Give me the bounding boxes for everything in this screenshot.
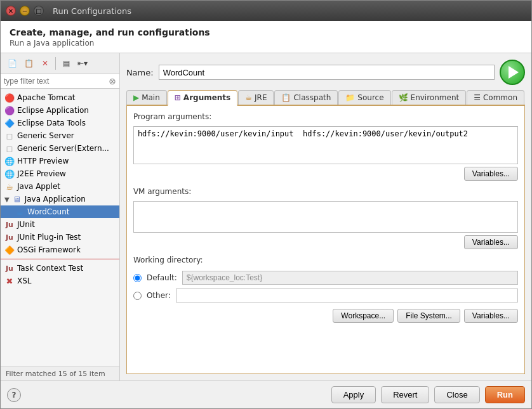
tree-item-j2ee-preview[interactable]: 🌐 J2EE Preview [1, 167, 119, 180]
revert-btn[interactable]: Revert [381, 386, 429, 403]
default-dir-row: Default: [133, 271, 518, 285]
junit-label: JUnit [17, 220, 35, 229]
osgi-label: OSGi Framework [17, 245, 81, 254]
left-panel: 📄 📋 ✕ ▤ ⇤▾ ⊗ [1, 53, 120, 380]
tab-classpath[interactable]: 📋 Classpath [274, 90, 338, 105]
default-radio-label: Default: [147, 273, 177, 282]
tab-environment[interactable]: 🌿 Environment [392, 90, 467, 105]
filter-clear-btn[interactable]: ⊗ [109, 76, 116, 86]
junit-plugin-label: JUnit Plug-in Test [17, 233, 81, 242]
other-radio[interactable] [133, 292, 142, 300]
java-applet-icon: ☕ [4, 181, 15, 192]
tree-item-wordcount[interactable]: ☕ WordCount [1, 205, 119, 218]
environment-tab-label: Environment [411, 93, 460, 102]
xsl-label: XSL [17, 276, 32, 285]
source-tab-label: Source [357, 93, 383, 102]
tab-jre[interactable]: ☕ JRE [238, 90, 274, 105]
minimize-window-btn[interactable]: − [20, 6, 30, 16]
tree-item-generic-server-ext[interactable]: ◻ Generic Server(Extern... [1, 142, 119, 155]
tree-item-osgi[interactable]: 🔶 OSGi Framework [1, 243, 119, 256]
tree-item-http-preview[interactable]: 🌐 HTTP Preview [1, 155, 119, 167]
filter-input[interactable] [4, 77, 109, 86]
tab-source[interactable]: 📁 Source [338, 90, 390, 105]
program-args-variables-btn[interactable]: Variables... [464, 167, 518, 181]
generic-server-ext-icon: ◻ [4, 143, 15, 153]
header-subtitle: Run a Java application [10, 39, 522, 48]
default-radio[interactable] [133, 274, 142, 282]
collapse-icon: ⇤▾ [77, 59, 88, 68]
tab-common[interactable]: ☰ Common [467, 90, 524, 105]
program-args-label: Program arguments: [133, 112, 518, 121]
maximize-window-btn[interactable]: □ [34, 6, 44, 16]
right-panel-inner: Name: ▶ Main ⊞ Arguments [126, 60, 525, 374]
default-dir-input [182, 271, 518, 285]
new-config-btn[interactable]: 📄 [4, 56, 20, 71]
osgi-icon: 🔶 [4, 245, 15, 255]
java-app-icon: 🖥 [12, 194, 22, 204]
duplicate-config-btn[interactable]: 📋 [21, 56, 36, 71]
wd-variables-btn[interactable]: Variables... [464, 309, 518, 323]
run-btn[interactable]: Run [485, 386, 525, 403]
filesystem-btn[interactable]: File System... [397, 309, 460, 323]
wordcount-icon: ☕ [15, 207, 25, 217]
delete-icon: ✕ [42, 59, 48, 68]
collapse-all-btn[interactable]: ⇤▾ [75, 56, 90, 71]
tree-item-junit[interactable]: Ju JUnit [1, 218, 119, 231]
eclipse-data-icon: 🔷 [4, 118, 15, 128]
tree-item-xsl[interactable]: ✖ XSL [1, 275, 119, 287]
name-run-left: Name: [126, 65, 495, 80]
run-header-btn[interactable] [500, 60, 525, 85]
source-tab-icon: 📁 [345, 93, 355, 102]
junit-plugin-icon: Ju [4, 232, 15, 242]
program-args-input[interactable] [133, 126, 518, 164]
new-icon: 📄 [8, 59, 17, 68]
filter-configs-btn[interactable]: ▤ [58, 56, 74, 71]
classpath-tab-label: Classpath [293, 93, 331, 102]
vm-args-section: VM arguments: Variables... [133, 187, 518, 249]
vm-args-variables-btn[interactable]: Variables... [464, 235, 518, 249]
tab-arguments[interactable]: ⊞ Arguments [168, 90, 237, 106]
eclipse-data-label: Eclipse Data Tools [17, 119, 86, 127]
close-window-btn[interactable]: ✕ [6, 6, 16, 16]
jre-tab-icon: ☕ [245, 93, 252, 102]
config-name-input[interactable] [159, 65, 495, 80]
j2ee-preview-label: J2EE Preview [17, 169, 66, 178]
xsl-icon: ✖ [4, 276, 15, 286]
tree-item-java-app[interactable]: ▼ 🖥 Java Application [1, 193, 119, 205]
common-tab-icon: ☰ [474, 93, 481, 102]
help-btn[interactable]: ? [7, 388, 21, 402]
apply-btn[interactable]: Apply [331, 386, 376, 403]
tree-item-java-applet[interactable]: ☕ Java Applet [1, 180, 119, 193]
wordcount-label: WordCount [27, 207, 69, 216]
generic-server-icon: ◻ [4, 131, 15, 141]
tree-item-task-context[interactable]: Ju Task Context Test [1, 262, 119, 275]
tree-item-eclipse-app[interactable]: 🟣 Eclipse Application [1, 104, 119, 117]
other-dir-input[interactable] [176, 289, 518, 302]
header-section: Create, manage, and run configurations R… [1, 21, 531, 53]
tab-main[interactable]: ▶ Main [126, 90, 167, 105]
tree-item-junit-plugin[interactable]: Ju JUnit Plug-in Test [1, 231, 119, 243]
j2ee-preview-icon: 🌐 [4, 169, 15, 179]
workspace-btn[interactable]: Workspace... [333, 309, 394, 323]
java-applet-label: Java Applet [17, 182, 60, 191]
junit-icon: Ju [4, 219, 15, 230]
vm-args-input[interactable] [133, 201, 518, 233]
working-dir-buttons: Workspace... File System... Variables... [133, 309, 518, 323]
arguments-tab-label: Arguments [183, 93, 230, 102]
arguments-tab-icon: ⊞ [175, 93, 181, 102]
tree-item-apache-tomcat[interactable]: 🔴 Apache Tomcat [1, 91, 119, 104]
bottom-left: ? [7, 388, 21, 402]
other-radio-label: Other: [147, 291, 171, 300]
java-app-label: Java Application [25, 195, 86, 204]
delete-config-btn[interactable]: ✕ [37, 56, 53, 71]
filter-icon: ▤ [63, 59, 70, 68]
eclipse-app-label: Eclipse Application [17, 106, 89, 115]
header-title: Create, manage, and run configurations [10, 27, 522, 37]
tree-item-eclipse-data[interactable]: 🔷 Eclipse Data Tools [1, 117, 119, 129]
tree-item-generic-server[interactable]: ◻ Generic Server [1, 129, 119, 142]
run-configurations-window: ✕ − □ Run Configurations Create, manage,… [0, 0, 532, 409]
toolbar-separator [55, 57, 56, 70]
name-run-row: Name: [126, 60, 525, 85]
generic-server-ext-label: Generic Server(Extern... [17, 144, 109, 153]
close-btn[interactable]: Close [434, 386, 479, 403]
